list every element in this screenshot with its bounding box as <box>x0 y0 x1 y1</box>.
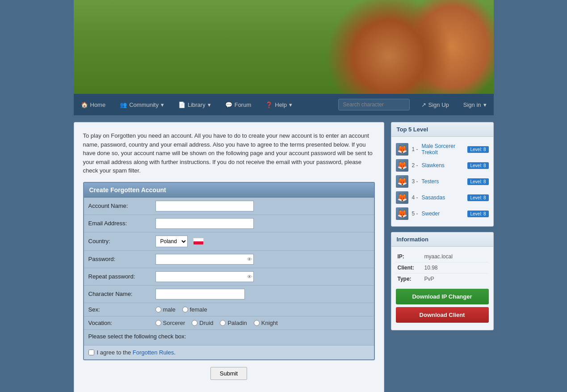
sex-female-label[interactable]: female <box>182 306 207 313</box>
country-select[interactable]: Poland <box>155 236 188 247</box>
signin-link[interactable]: Sign in ▾ <box>456 95 494 114</box>
community-icon: 👥 <box>120 101 127 108</box>
email-row: Email Address: <box>84 215 374 232</box>
banner-fox-image <box>74 0 494 94</box>
vocation-druid-radio[interactable] <box>192 320 197 326</box>
nav-forum[interactable]: 💬 Forum <box>218 95 259 114</box>
home-icon: 🏠 <box>81 101 88 108</box>
player-name-5[interactable]: Sweder <box>422 211 464 217</box>
main-container: To play on Forgotten you need an account… <box>74 122 494 392</box>
download-client-button[interactable]: Download Client <box>396 307 489 323</box>
banner-image <box>74 0 494 94</box>
sex-options: male female <box>155 306 370 313</box>
download-buttons: Download IP Changer Download Client <box>396 289 489 323</box>
password-input-wrapper: 👁 <box>155 254 370 265</box>
account-name-label: Account Name: <box>88 202 155 209</box>
content-left: To play on Forgotten you need an account… <box>74 122 384 392</box>
level-badge-4: Level: 8 <box>467 194 488 201</box>
information-title: Information <box>391 232 493 247</box>
form-body: Account Name: Email Address: Country: <box>84 198 374 359</box>
top5-item-3: 3 - Testers Level: 8 <box>396 173 489 190</box>
signup-link[interactable]: ↗ Sign Up <box>414 95 456 114</box>
agree-row: I agree to the Forgotten Rules. <box>84 346 374 359</box>
account-name-input[interactable] <box>155 201 254 211</box>
avatar-4 <box>396 191 408 204</box>
search-container <box>334 99 414 110</box>
rank-2: 2 - <box>412 162 418 169</box>
sex-male-label[interactable]: male <box>155 306 176 313</box>
search-input[interactable] <box>338 99 410 110</box>
vocation-knight-label[interactable]: Knight <box>254 320 278 326</box>
level-badge-3: Level: 8 <box>467 178 488 185</box>
help-icon: ❓ <box>265 101 273 108</box>
ip-label: IP: <box>396 251 423 262</box>
avatar-3 <box>396 175 408 188</box>
repeat-password-wrapper: 👁 <box>155 271 254 282</box>
password-input[interactable] <box>155 254 254 265</box>
vocation-knight-radio[interactable] <box>254 320 260 326</box>
email-input[interactable] <box>155 218 254 229</box>
community-dropdown-icon: ▾ <box>161 101 164 108</box>
agree-checkbox[interactable] <box>88 350 94 355</box>
vocation-paladin-label[interactable]: Paladin <box>220 320 247 326</box>
repeat-password-eye-icon[interactable]: 👁 <box>247 274 252 279</box>
nav-right: ↗ Sign Up Sign in ▾ <box>414 95 494 114</box>
intro-text: To play on Forgotten you need an account… <box>83 131 375 175</box>
form-title: Create Forgotten Account <box>84 183 374 198</box>
checkbox-instruction: Please select the following check box: <box>88 333 370 340</box>
level-badge-5: Level: 8 <box>467 211 488 217</box>
vocation-sorcerer-radio[interactable] <box>155 320 161 326</box>
rank-4: 4 - <box>412 194 418 201</box>
repeat-password-input-wrapper: 👁 <box>155 271 370 282</box>
player-name-1[interactable]: Male SorcererTrekolt <box>422 143 464 156</box>
vocation-druid-label[interactable]: Druid <box>192 320 213 326</box>
level-badge-2: Level: 8 <box>467 162 488 169</box>
type-label: Type: <box>396 274 423 285</box>
password-wrapper: 👁 <box>155 254 254 265</box>
character-name-input[interactable] <box>155 289 245 299</box>
vocation-paladin-radio[interactable] <box>220 320 226 326</box>
repeat-password-input[interactable] <box>155 271 254 282</box>
sex-male-radio[interactable] <box>155 307 161 312</box>
country-input-wrapper: Poland <box>155 236 370 247</box>
nav-help[interactable]: ❓ Help ▾ <box>258 95 299 114</box>
main-navigation: 🏠 Home 👥 Community ▾ 📄 Library ▾ 💬 Forum… <box>74 94 494 115</box>
forgotten-rules-link[interactable]: Forgotten Rules <box>133 349 174 356</box>
sex-female-radio[interactable] <box>182 307 188 312</box>
player-name-2[interactable]: Slawkens <box>422 162 464 169</box>
level-badge-1: Level: 8 <box>467 146 488 153</box>
nav-home[interactable]: 🏠 Home <box>74 95 113 114</box>
client-value: 10.98 <box>423 262 489 274</box>
vocation-options: Sorcerer Druid Paladin Knight <box>155 320 370 326</box>
top5-item-5: 5 - Sweder Level: 8 <box>396 206 489 222</box>
help-dropdown-icon: ▾ <box>289 101 292 108</box>
checkbox-section: Please select the following check box: <box>84 330 374 346</box>
library-dropdown-icon: ▾ <box>208 101 211 108</box>
nav-community[interactable]: 👥 Community ▾ <box>113 95 171 114</box>
submit-row: Submit <box>83 360 375 387</box>
submit-button[interactable]: Submit <box>210 367 247 380</box>
password-row: Password: 👁 <box>84 251 374 268</box>
signup-icon: ↗ <box>421 101 426 108</box>
repeat-password-label: Repeat password: <box>88 273 155 280</box>
ip-value: myaac.local <box>423 251 489 262</box>
rank-1: 1 - <box>412 146 418 152</box>
information-box: Information IP: myaac.local Client: 10.9… <box>391 232 494 330</box>
sex-row: Sex: male female <box>84 303 374 316</box>
country-row: Country: Poland <box>84 232 374 251</box>
character-name-input-wrapper <box>155 289 370 299</box>
nav-library[interactable]: 📄 Library ▾ <box>171 95 218 114</box>
player-name-3[interactable]: Testers <box>422 178 464 185</box>
password-eye-icon[interactable]: 👁 <box>247 257 252 262</box>
download-ip-changer-button[interactable]: Download IP Changer <box>396 289 489 304</box>
agree-text: I agree to the Forgotten Rules. <box>97 349 176 356</box>
vocation-label: Vocation: <box>88 320 155 326</box>
vocation-row: Vocation: Sorcerer Druid Paladin <box>84 316 374 330</box>
top5-item-1: 1 - Male SorcererTrekolt Level: 8 <box>396 141 489 157</box>
top5-title: Top 5 Level <box>391 122 493 137</box>
poland-flag-icon <box>193 238 204 245</box>
top5-item-2: 2 - Slawkens Level: 8 <box>396 157 489 173</box>
player-name-4[interactable]: Sasasdas <box>422 194 464 201</box>
vocation-sorcerer-label[interactable]: Sorcerer <box>155 320 185 326</box>
information-content: IP: myaac.local Client: 10.98 Type: PvP … <box>391 247 493 330</box>
